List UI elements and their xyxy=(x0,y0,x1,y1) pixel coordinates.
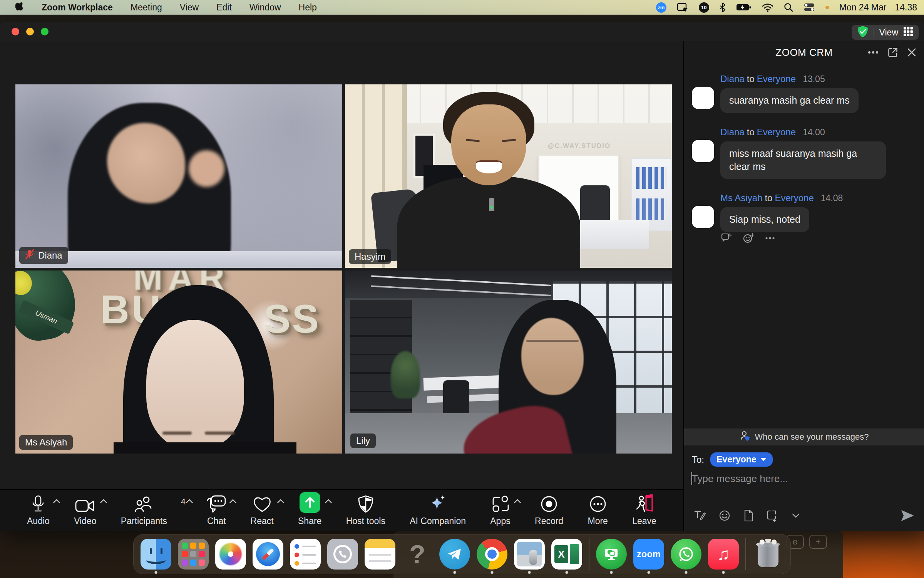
react-button[interactable]: React xyxy=(241,494,283,526)
spotlight-search-icon[interactable] xyxy=(784,3,793,12)
message-recipient[interactable]: Everyone xyxy=(757,127,796,137)
video-tile-diana[interactable]: Diana xyxy=(15,84,342,268)
background-window-new-tab-button[interactable]: + xyxy=(809,535,827,549)
participant-name: Diana xyxy=(38,250,62,261)
leave-button[interactable]: Leave xyxy=(623,494,666,526)
dock-finder-icon[interactable] xyxy=(141,539,171,570)
audio-options-caret[interactable] xyxy=(53,498,60,505)
dock-phone-chat-app-icon[interactable] xyxy=(327,539,358,570)
message-sender[interactable]: Diana xyxy=(720,127,745,137)
host-tools-button[interactable]: Host tools xyxy=(337,494,395,526)
apps-options-caret[interactable] xyxy=(514,498,521,505)
video-button[interactable]: Video xyxy=(65,494,105,526)
apple-icon[interactable] xyxy=(15,2,24,12)
chat-button[interactable]: Chat xyxy=(198,494,235,526)
dock-safari-icon[interactable] xyxy=(253,539,283,570)
dock-trash-icon[interactable] xyxy=(753,539,783,570)
dock-help-icon[interactable]: ? xyxy=(402,539,433,570)
dock-excel-icon[interactable]: X xyxy=(551,539,582,570)
add-reaction-icon[interactable] xyxy=(743,233,754,244)
view-menu-button[interactable]: View xyxy=(852,25,919,40)
minimize-window-button[interactable] xyxy=(26,28,34,35)
chat-close-icon[interactable] xyxy=(907,48,916,57)
menu-view[interactable]: View xyxy=(180,2,199,13)
desktop: { "menu_bar": { "app_menus": ["Zoom Work… xyxy=(0,0,924,578)
message-bubble: Siap miss, noted xyxy=(720,207,809,232)
menu-bar-datetime[interactable]: Mon 24 Mar 14.38 xyxy=(839,2,917,13)
dock-photos-icon[interactable] xyxy=(215,539,246,570)
screen-record-count-icon[interactable]: 10 xyxy=(699,2,709,13)
host-tools-label: Host tools xyxy=(346,516,385,526)
participant-name-tag: Hasyim xyxy=(349,249,391,264)
dock-notes-icon[interactable] xyxy=(365,539,395,570)
menu-app-name[interactable]: Zoom Workplace xyxy=(42,2,113,13)
avatar xyxy=(692,206,714,228)
video-tile-ms-asiyah[interactable]: MAR BU SS Usman Ms Asiyah xyxy=(15,271,342,454)
emoji-icon[interactable] xyxy=(719,510,730,521)
chat-panel-header: ZOOM CRM xyxy=(684,41,924,64)
zoom-meeting-window: View xyxy=(0,22,924,531)
dock-preview-image-icon[interactable] xyxy=(514,539,545,570)
more-button[interactable]: More xyxy=(578,494,617,526)
message-sender[interactable]: Ms Asiyah xyxy=(720,193,762,203)
menu-meeting[interactable]: Meeting xyxy=(131,2,162,13)
chat-options-caret[interactable] xyxy=(229,498,237,505)
message-recipient[interactable]: Everyone xyxy=(775,193,814,203)
chat-message-list[interactable]: DianatoEveryone13.05 suaranya masih ga c… xyxy=(684,64,924,428)
bluetooth-icon[interactable] xyxy=(720,2,726,12)
video-options-caret[interactable] xyxy=(100,498,107,505)
zoom-status-icon[interactable]: zm xyxy=(656,2,666,13)
dock-launchpad-icon[interactable] xyxy=(178,539,209,570)
dock-chrome-icon[interactable] xyxy=(477,539,507,570)
dock-whatsapp-icon[interactable] xyxy=(671,539,701,570)
reply-in-thread-icon[interactable] xyxy=(720,233,732,244)
ms-asiyah-video-feed: MAR BU SS Usman xyxy=(15,271,342,454)
screen-mirroring-icon[interactable] xyxy=(677,3,688,12)
control-center-icon[interactable] xyxy=(803,3,815,12)
recipient-selector[interactable]: Everyone xyxy=(710,452,773,467)
dock-separator xyxy=(745,538,746,570)
react-options-caret[interactable] xyxy=(277,498,285,505)
privacy-banner[interactable]: Who can see your messages? xyxy=(684,428,924,445)
participants-button[interactable]: 4 Participants xyxy=(112,494,192,526)
record-button[interactable]: Record xyxy=(526,494,572,526)
dock-reminders-icon[interactable] xyxy=(290,539,321,570)
menu-window[interactable]: Window xyxy=(249,2,281,13)
ai-companion-button[interactable]: AI Companion xyxy=(400,494,475,526)
video-tile-lily[interactable]: Lily xyxy=(345,271,672,454)
dock-telegram-icon[interactable] xyxy=(439,539,470,570)
more-icon xyxy=(589,494,607,513)
message-input[interactable] xyxy=(692,473,916,485)
attach-file-icon[interactable] xyxy=(743,509,753,522)
apps-button[interactable]: Apps xyxy=(481,494,519,526)
screenshot-icon[interactable] xyxy=(767,509,779,522)
dock-music-icon[interactable]: ♫ xyxy=(708,539,739,570)
message-more-icon[interactable] xyxy=(765,237,775,240)
format-text-icon[interactable] xyxy=(694,510,706,521)
fullscreen-window-button[interactable] xyxy=(41,28,49,35)
share-label: Share xyxy=(298,516,321,526)
wifi-icon[interactable] xyxy=(762,3,773,12)
video-tile-hasyim[interactable]: @C.WAY.STUDIO Hasyim xyxy=(345,84,672,268)
record-label: Record xyxy=(535,516,563,526)
window-titlebar: View xyxy=(0,22,924,41)
battery-icon[interactable] xyxy=(736,3,752,12)
menu-help[interactable]: Help xyxy=(299,2,317,13)
message-sender[interactable]: Diana xyxy=(720,74,745,84)
message-recipient[interactable]: Everyone xyxy=(757,74,796,84)
composer-more-chevron-icon[interactable] xyxy=(792,513,800,518)
send-message-icon[interactable] xyxy=(901,510,914,521)
participants-options-caret[interactable] xyxy=(186,498,193,505)
share-options-caret[interactable] xyxy=(325,498,332,505)
dock-screen-share-app-icon[interactable] xyxy=(596,539,627,570)
close-window-button[interactable] xyxy=(12,28,19,35)
menu-edit[interactable]: Edit xyxy=(216,2,232,13)
chat-popout-icon[interactable] xyxy=(888,47,898,57)
dock-zoom-icon[interactable]: zoom xyxy=(633,539,664,570)
chat-icon xyxy=(207,494,226,513)
audio-button[interactable]: Audio xyxy=(18,494,59,526)
share-button[interactable]: Share xyxy=(289,494,331,526)
chat-composer: Who can see your messages? To: Everyone xyxy=(684,428,924,531)
chat-more-options-icon[interactable] xyxy=(868,51,879,54)
message-to-word: to xyxy=(745,74,757,84)
